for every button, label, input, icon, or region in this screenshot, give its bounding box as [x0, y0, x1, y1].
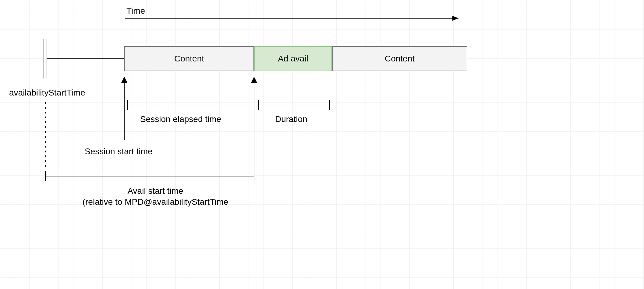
diagram-lines [0, 0, 644, 289]
svg-marker-8 [251, 77, 257, 83]
svg-marker-6 [121, 77, 127, 83]
svg-marker-1 [452, 16, 458, 21]
